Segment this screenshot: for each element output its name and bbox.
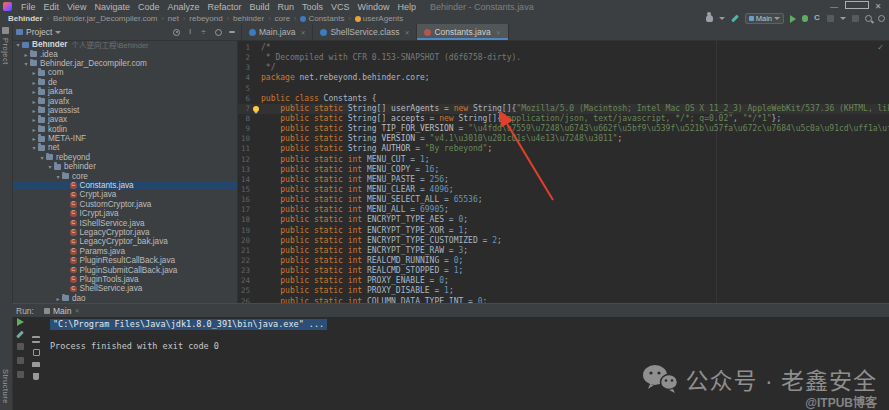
tree-item-customcryptor-java[interactable]: CustomCryptor.java (12, 200, 237, 209)
tree-item-javax[interactable]: ▸javax (12, 115, 237, 124)
locate-icon[interactable] (173, 29, 180, 36)
tree-item-javassist[interactable]: ▸javassist (12, 106, 237, 115)
tree-item-ishellservice-java[interactable]: IShellService.java (12, 218, 237, 227)
menu-run[interactable]: Run (274, 2, 299, 12)
tree-item-pluginresultcallback-java[interactable]: PluginResultCallBack.java (12, 256, 237, 265)
tree-item-crypt-java[interactable]: Crypt.java (12, 190, 237, 199)
close-icon[interactable]: ✕ (74, 307, 79, 314)
tree-item-core[interactable]: ▾core (12, 171, 237, 180)
soft-wrap-icon[interactable] (32, 336, 40, 343)
scroll-to-source-icon[interactable] (187, 29, 194, 36)
tree-item-behinder[interactable]: ▾behinder (12, 162, 237, 171)
line-number: 10 (237, 134, 252, 144)
clear-icon[interactable] (33, 373, 39, 380)
tree-item-com[interactable]: ▸com (12, 68, 237, 77)
menu-window[interactable]: Window (354, 2, 394, 12)
menu-help[interactable]: Help (394, 2, 421, 12)
close-icon[interactable]: ✕ (404, 29, 409, 36)
build-hammer-icon[interactable] (731, 15, 739, 23)
settings-icon[interactable] (215, 29, 222, 36)
intention-bulb-icon[interactable] (253, 106, 259, 112)
stripe-structure-tab[interactable]: Structure (1, 369, 10, 404)
tree-item-rebeyond[interactable]: ▾rebeyond (12, 153, 237, 162)
restore-button[interactable] (845, 0, 867, 13)
tree-item-idea[interactable]: ▸.idea (12, 49, 237, 58)
breadcrumb-item-behinder[interactable]: Behinder (8, 14, 43, 23)
java-icon (70, 182, 77, 189)
tab-main-java[interactable]: Main.java✕ (242, 24, 313, 40)
tree-item-shellservice-java[interactable]: ShellService.java (12, 284, 237, 293)
code-line-21: 21 public static int ENCRYPT_TYPE_RAW = … (237, 246, 889, 256)
breadcrumb-item-net[interactable]: net (168, 14, 179, 23)
close-icon[interactable]: ✕ (300, 29, 305, 36)
project-tool-window-header[interactable]: Project (12, 24, 242, 40)
tree-item-pluginsubmitcallback-java[interactable]: PluginSubmitCallBack.java (12, 265, 237, 274)
stripe-project-tab[interactable]: Project (1, 38, 10, 65)
settings-gear-icon[interactable] (878, 15, 885, 22)
dim-icon[interactable] (17, 343, 24, 350)
close-button[interactable]: ✕ (867, 0, 889, 13)
breadcrumb-item-rebeyond[interactable]: rebeyond (189, 14, 222, 23)
tree-item-legacycryptor-bak-java[interactable]: LegacyCryptor_bak.java (12, 237, 237, 246)
menu-build[interactable]: Build (245, 2, 273, 12)
run-tab-main[interactable]: Main ✕ (44, 306, 79, 316)
code-line-19: 19 public static int ENCRYPT_TYPE_XOR = … (237, 226, 889, 236)
tree-item-kotlin[interactable]: ▸kotlin (12, 125, 237, 134)
dim-icon[interactable] (17, 357, 24, 364)
search-icon[interactable] (865, 15, 872, 22)
tree-item-behinder-jar-decompiler-com[interactable]: ▾Behinder.jar_Decompiler.com (12, 59, 237, 68)
tree-item-constants-java[interactable]: Constants.java (12, 181, 237, 190)
print-icon[interactable] (32, 362, 40, 367)
breadcrumb-item-core[interactable]: core (275, 14, 291, 23)
minimize-button[interactable]: — (823, 0, 845, 13)
breadcrumb-item-behinder[interactable]: behinder (233, 14, 264, 23)
restore-icon[interactable] (33, 349, 40, 356)
tree-item-dao[interactable]: ▸dao (12, 294, 237, 303)
restart-button[interactable] (827, 15, 834, 22)
menu-view[interactable]: View (63, 2, 90, 12)
menu-navigate[interactable]: Navigate (90, 2, 134, 12)
run-button[interactable] (790, 15, 796, 23)
tree-item-legacycryptor-java[interactable]: LegacyCryptor.java (12, 228, 237, 237)
project-tree: ▾Behinder个人逆向工程\Behinder▸.idea▾Behinder.… (12, 40, 238, 303)
code-editor[interactable]: ✓ 1/*2 * Decompiled with CFR 0.153-SNAPS… (237, 40, 889, 303)
menu-code[interactable]: Code (134, 2, 164, 12)
breadcrumb-item-useragents[interactable]: userAgents (355, 14, 403, 23)
menu-edit[interactable]: Edit (40, 2, 64, 12)
tab-shellservice-class[interactable]: ShellService.class✕ (313, 24, 417, 40)
debug-button[interactable] (802, 15, 808, 22)
tree-item-jakarta[interactable]: ▸jakarta (12, 87, 237, 96)
dim-icon[interactable] (17, 371, 24, 378)
tree-item-icrypt-java[interactable]: ICrypt.java (12, 209, 237, 218)
close-icon[interactable]: ✕ (496, 29, 501, 36)
menu-refactor[interactable]: Refactor (203, 2, 245, 12)
menu-analyze[interactable]: Analyze (163, 2, 203, 12)
breadcrumb-item-behinder-jar-decompiler-com[interactable]: Behinder.jar_Decompiler.com (53, 14, 158, 23)
stop-button[interactable] (852, 15, 859, 22)
tab-constants-java[interactable]: Constants.java✕ (417, 24, 508, 40)
menu-vcs[interactable]: VCS (327, 2, 354, 12)
tool-window-icon[interactable] (2, 27, 9, 34)
tree-item-params-java[interactable]: Params.java (12, 247, 237, 256)
tree-item-javafx[interactable]: ▸javafx (12, 96, 237, 105)
code-line-22: 22 public static int REALCMD_RUNNING = 0… (237, 256, 889, 266)
tree-item-behinder[interactable]: ▾Behinder个人逆向工程\Behinder (12, 40, 237, 49)
project-header-label: Project (26, 27, 52, 37)
chevron-closed-icon: ▸ (30, 126, 38, 133)
user-icon[interactable] (706, 15, 713, 22)
code-line-4: 4package net.rebeyond.behinder.core; (237, 73, 889, 83)
java-icon (70, 201, 77, 208)
wrench-icon[interactable] (16, 331, 24, 339)
menu-tools[interactable]: Tools (298, 2, 327, 12)
hide-icon[interactable] (229, 31, 235, 33)
collapse-all-icon[interactable] (201, 29, 208, 36)
tree-item-net[interactable]: ▾net (12, 143, 237, 152)
tree-item-meta-inf[interactable]: ▸META-INF (12, 134, 237, 143)
breadcrumb-item-constants[interactable]: Constants (300, 14, 344, 23)
rerun-icon[interactable] (17, 318, 24, 326)
tree-item-plugintools-java[interactable]: PluginTools.java (12, 275, 237, 284)
menu-file[interactable]: File (17, 2, 40, 12)
tree-item-de[interactable]: ▸de (12, 78, 237, 87)
run-config-selector[interactable]: Main (745, 13, 784, 24)
profiler-button[interactable] (814, 15, 821, 22)
